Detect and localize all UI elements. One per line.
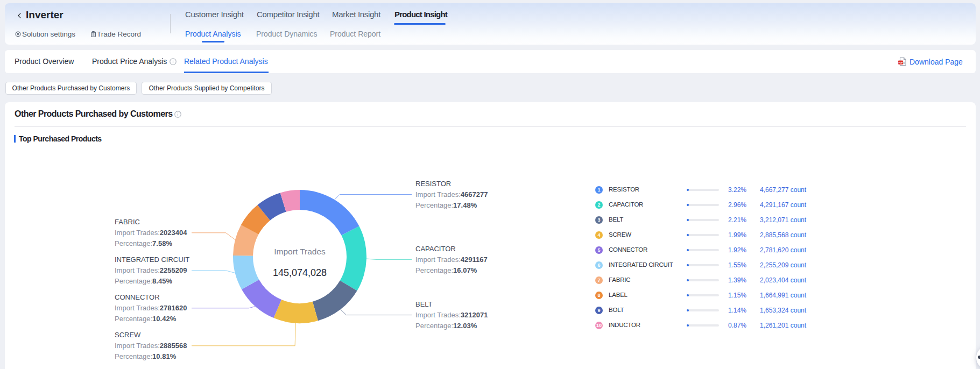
svg-text:PDF: PDF: [899, 61, 903, 64]
